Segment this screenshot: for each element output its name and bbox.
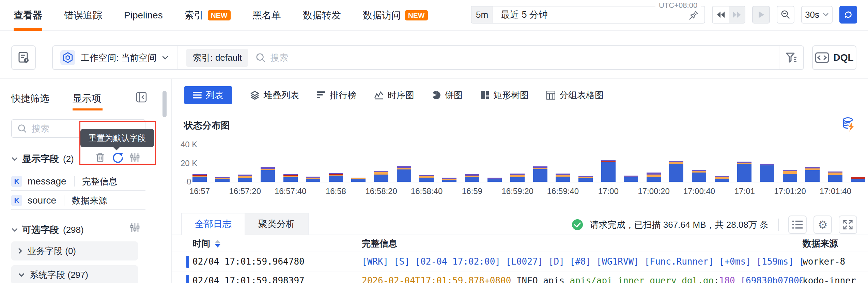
chart-bar[interactable]: [578, 176, 593, 182]
active-tab-underline: [14, 28, 42, 31]
rewind-button[interactable]: [713, 6, 729, 23]
nav-item-viewer[interactable]: 查看器: [14, 0, 42, 31]
divider: [11, 190, 145, 191]
tab-display-items[interactable]: 显示项: [73, 92, 101, 105]
divider: [778, 219, 779, 231]
chart-bar[interactable]: [374, 171, 388, 182]
saved-views-icon[interactable]: [11, 45, 36, 70]
chart-bar[interactable]: [669, 161, 683, 182]
reset-fields-icon[interactable]: [112, 151, 124, 164]
range-label: 最近 5 分钟: [501, 9, 548, 21]
chart-bar[interactable]: [760, 164, 774, 182]
view-tab-treemap[interactable]: 矩形树图: [480, 89, 529, 101]
chart-bar[interactable]: [715, 176, 729, 182]
nav-item-data-forward[interactable]: 数据转发: [303, 0, 341, 31]
chart-bar[interactable]: [851, 177, 865, 182]
column-header-source[interactable]: 数据来源: [803, 238, 868, 250]
nav-items: 查看器 错误追踪 Pipelines 索引 NEW 黑名单 数据转发 数据访问 …: [14, 0, 428, 31]
chart-bar[interactable]: [351, 178, 366, 182]
workspace-selector[interactable]: 工作空间: 当前空间: [53, 46, 178, 69]
search-icon: [17, 124, 27, 133]
index-chip[interactable]: 索引: default: [186, 49, 248, 67]
chart-bar[interactable]: [805, 167, 820, 182]
nav-item-blacklist[interactable]: 黑名单: [252, 0, 281, 31]
play-button[interactable]: [752, 6, 770, 24]
zoom-out-icon[interactable]: [777, 6, 794, 24]
chart-bar[interactable]: [306, 177, 320, 182]
delete-fields-icon[interactable]: [95, 152, 106, 163]
chart-bar[interactable]: [556, 174, 570, 182]
x-tick-label: 16:58:20: [366, 187, 397, 196]
scrollbar-thumb[interactable]: [162, 91, 167, 117]
dql-button[interactable]: DQL: [812, 45, 856, 70]
field-group-business[interactable]: 业务字段 (0): [11, 241, 138, 260]
chart-bar[interactable]: [192, 174, 207, 182]
search-placeholder: 搜索: [270, 52, 288, 64]
tab-all-logs[interactable]: 全部日志: [181, 213, 245, 235]
column-header-time[interactable]: 时间: [192, 238, 362, 250]
view-tab-grouped-table[interactable]: 分组表格图: [546, 89, 604, 101]
refresh-interval-select[interactable]: 30s: [801, 6, 833, 24]
x-tick-label: 17:01: [734, 187, 755, 196]
chart-bar[interactable]: [215, 177, 230, 182]
chart-bar[interactable]: [737, 162, 751, 182]
tab-cluster-analysis[interactable]: 聚类分析: [245, 213, 309, 235]
display-field-source[interactable]: K source 数据来源: [11, 193, 107, 208]
collapse-panel-icon[interactable]: [136, 91, 147, 103]
chart-bar[interactable]: [261, 167, 275, 182]
workspace-icon: [60, 50, 75, 65]
database-lightning-icon[interactable]: [841, 117, 857, 132]
chart-bar[interactable]: [487, 178, 502, 182]
view-tab-list[interactable]: 列表: [184, 86, 232, 104]
chart-bar[interactable]: [465, 174, 479, 182]
chart-bar[interactable]: [329, 173, 343, 182]
chart-bar[interactable]: [601, 160, 616, 182]
chart-bar[interactable]: [828, 172, 842, 182]
nav-item-data-access[interactable]: 数据访问 NEW: [363, 0, 428, 31]
display-field-message[interactable]: K message 完整信息: [11, 174, 118, 189]
search-input[interactable]: 搜索: [255, 52, 779, 64]
time-controls: UTC+08:00 5m 最近 5 分钟: [471, 6, 857, 24]
chart-bar[interactable]: [238, 175, 252, 182]
pin-icon[interactable]: [689, 10, 699, 20]
tab-quick-filter[interactable]: 快捷筛选: [11, 92, 49, 105]
column-header-message[interactable]: 完整信息: [362, 238, 803, 250]
chart-bar[interactable]: [442, 178, 456, 182]
nav-item-pipelines[interactable]: Pipelines: [124, 0, 163, 31]
chart-bar[interactable]: [692, 170, 706, 182]
query-bar: 工作空间: 当前空间 索引: default 搜索: [52, 45, 804, 70]
field-settings-icon[interactable]: [129, 152, 140, 163]
chart-bar[interactable]: [397, 166, 411, 182]
field-group-system[interactable]: 系统字段 (297): [11, 265, 138, 283]
view-tab-timeseries[interactable]: 时序图: [374, 89, 414, 101]
time-range-picker[interactable]: UTC+08:00 5m 最近 5 分钟: [471, 6, 705, 24]
chart-bar[interactable]: [283, 174, 298, 182]
optional-fields-section-header[interactable]: 可选字段 (298): [11, 224, 84, 236]
chart-bar[interactable]: [533, 166, 547, 182]
forward-button[interactable]: [729, 6, 745, 23]
chart-bar[interactable]: [783, 170, 797, 182]
x-tick-label: 16:58:40: [411, 187, 443, 196]
nav-item-error-tracking[interactable]: 错误追踪: [64, 0, 102, 31]
filter-icon[interactable]: [779, 46, 803, 69]
refresh-button[interactable]: [839, 6, 857, 24]
display-fields-section-header[interactable]: 显示字段 (2): [11, 153, 74, 165]
optional-fields-settings-icon[interactable]: [129, 222, 140, 233]
nav-item-index[interactable]: 索引 NEW: [185, 0, 231, 31]
table-row[interactable]: 02/04 17:01:59.964780[WRK] [S] [02-04 17…: [172, 252, 868, 271]
divider: [64, 195, 64, 206]
chart-bar[interactable]: [419, 175, 434, 182]
display-density-icon[interactable]: [788, 215, 807, 234]
fullscreen-icon[interactable]: [839, 215, 857, 234]
sort-icon[interactable]: [215, 240, 220, 248]
gear-icon[interactable]: ⚙: [813, 215, 832, 234]
chart-bar[interactable]: [624, 176, 638, 182]
chart-bar[interactable]: [510, 174, 525, 182]
view-tab-stacked-list[interactable]: 堆叠列表: [250, 89, 299, 101]
view-tab-pie[interactable]: 饼图: [432, 89, 463, 101]
view-tab-ranking[interactable]: 排行榜: [317, 89, 356, 101]
table-row[interactable]: 02/04 17:01:59.8983972026-02-04T17:01:59…: [172, 271, 868, 283]
chart-bar[interactable]: [647, 173, 661, 182]
x-tick-label: 16:57:40: [275, 187, 306, 196]
chevron-down-icon: [18, 273, 25, 277]
